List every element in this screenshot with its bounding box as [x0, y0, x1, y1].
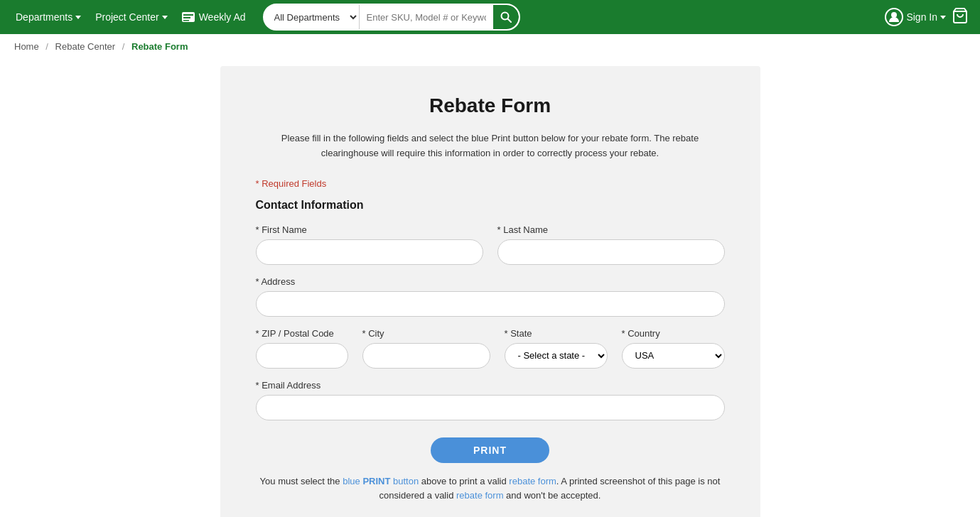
- state-label: * State: [505, 328, 608, 339]
- svg-line-5: [507, 19, 511, 23]
- project-center-label: Project Center: [95, 11, 158, 23]
- print-note: You must select the blue PRINT button ab…: [256, 474, 725, 504]
- sign-in-button[interactable]: Sign In: [885, 8, 946, 26]
- sign-in-label: Sign In: [906, 11, 937, 23]
- weekly-ad-label: Weekly Ad: [199, 11, 246, 23]
- form-title: Rebate Form: [256, 94, 725, 117]
- last-name-label: * Last Name: [497, 224, 725, 235]
- weekly-ad-icon: [182, 12, 195, 22]
- form-description: Please fill in the following fields and …: [256, 131, 725, 161]
- print-note-blue: blue PRINT button: [343, 476, 419, 486]
- search-container: All Departments: [263, 4, 775, 31]
- city-input[interactable]: [362, 343, 490, 369]
- svg-point-6: [891, 12, 897, 18]
- project-center-nav[interactable]: Project Center: [91, 9, 171, 26]
- zip-field: * ZIP / Postal Code: [256, 328, 348, 369]
- state-field: * State - Select a state -: [505, 328, 608, 369]
- search-input[interactable]: [360, 5, 493, 29]
- departments-chevron-icon: [75, 16, 81, 19]
- header-right: Sign In: [885, 7, 969, 28]
- breadcrumb-current: Rebate Form: [131, 41, 188, 52]
- address-field: * Address: [256, 276, 725, 317]
- form-container: Rebate Form Please fill in the following…: [220, 66, 760, 517]
- zip-input[interactable]: [256, 343, 348, 369]
- sign-in-chevron-icon: [940, 16, 946, 19]
- breadcrumb-rebate-center[interactable]: Rebate Center: [55, 41, 116, 52]
- email-field: * Email Address: [256, 380, 725, 420]
- print-note-valid: rebate form: [456, 490, 503, 501]
- breadcrumb-separator-2: /: [122, 41, 125, 52]
- email-row: * Email Address: [256, 380, 725, 420]
- print-note-rebate: rebate form: [509, 476, 556, 486]
- contact-info-title: Contact Information: [256, 199, 725, 212]
- first-name-input[interactable]: [256, 239, 483, 265]
- svg-rect-2: [183, 17, 190, 18]
- first-name-field: * First Name: [256, 224, 483, 265]
- address-row: * Address: [256, 276, 725, 317]
- last-name-field: * Last Name: [497, 224, 725, 265]
- project-center-chevron-icon: [162, 16, 168, 19]
- first-name-label: * First Name: [256, 224, 483, 235]
- search-icon: [500, 11, 512, 23]
- svg-rect-3: [183, 20, 189, 21]
- departments-label: Departments: [16, 11, 72, 23]
- country-select[interactable]: USA: [622, 343, 725, 369]
- state-select[interactable]: - Select a state -: [505, 343, 608, 369]
- country-label: * Country: [622, 328, 725, 339]
- required-fields-note: * Required Fields: [256, 178, 725, 189]
- address-label: * Address: [256, 276, 725, 287]
- main-header: Departments Project Center Weekly Ad All…: [0, 0, 980, 34]
- city-label: * City: [362, 328, 490, 339]
- departments-nav[interactable]: Departments: [11, 9, 85, 26]
- svg-rect-1: [183, 14, 193, 16]
- cart-icon[interactable]: [952, 7, 969, 28]
- name-row: * First Name * Last Name: [256, 224, 725, 265]
- breadcrumb-separator-1: /: [45, 41, 48, 52]
- search-wrapper: All Departments: [263, 4, 520, 31]
- last-name-input[interactable]: [497, 239, 725, 265]
- zip-label: * ZIP / Postal Code: [256, 328, 348, 339]
- country-field: * Country USA: [622, 328, 725, 369]
- weekly-ad-nav[interactable]: Weekly Ad: [178, 9, 250, 26]
- location-row: * ZIP / Postal Code * City * State - Sel…: [256, 328, 725, 369]
- main-content: Rebate Form Please fill in the following…: [0, 59, 980, 517]
- email-label: * Email Address: [256, 380, 725, 391]
- breadcrumb-home[interactable]: Home: [14, 41, 39, 52]
- search-button[interactable]: [493, 5, 519, 29]
- user-avatar-icon: [885, 8, 903, 26]
- department-select[interactable]: All Departments: [264, 5, 360, 29]
- email-input[interactable]: [256, 395, 725, 420]
- address-input[interactable]: [256, 291, 725, 317]
- city-field: * City: [362, 328, 490, 369]
- print-btn-container: PRINT: [256, 437, 725, 463]
- breadcrumb: Home / Rebate Center / Rebate Form: [0, 34, 980, 59]
- print-button[interactable]: PRINT: [431, 437, 549, 463]
